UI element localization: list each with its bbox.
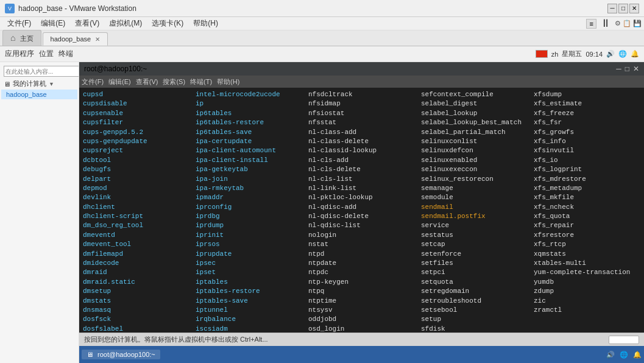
taskbar-terminal-item[interactable]: 🖥 root@hadoop100:~	[82, 350, 160, 359]
term-cell: ipset	[196, 268, 308, 277]
terminal-close-btn[interactable]: ✕	[633, 65, 639, 73]
toolbar-vm-btn[interactable]: ≡	[586, 19, 596, 29]
term-cell: ipa-client-automount	[196, 146, 308, 155]
sidebar-computer-icon: 🖥	[4, 80, 10, 88]
term-cell: delpart	[83, 175, 196, 184]
vmware-titlebar: V hadoop_base - VMware Workstation ─ □ ✕	[0, 0, 644, 17]
term-cell: dmsetup	[83, 287, 196, 296]
close-button[interactable]: ✕	[629, 4, 639, 13]
toolbar-pause-btn[interactable]: ⏸	[600, 17, 611, 30]
main-content: ▼ 🖥 我的计算机 ▼ hadoop_base root@hadoop100	[0, 62, 644, 363]
tab-home[interactable]: ⌂ 主页	[2, 30, 41, 46]
taskbar-terminal-icon: 🖥	[87, 351, 93, 358]
term-cell: iprconfig	[196, 203, 308, 212]
term-row: cupsdisableipnfsidmapselabel_digestxfs_e…	[83, 99, 640, 108]
term-row: dmstatsiptables-saventptimesetroubleshoo…	[83, 297, 640, 306]
term-cell: setfiles	[421, 259, 534, 268]
term-row: cups-genppd.5.2ip6tables-savenl-class-ad…	[83, 128, 640, 137]
taskbar-notification-icon[interactable]: 🔔	[633, 351, 642, 359]
terminal-minimize-btn[interactable]: ─	[616, 65, 621, 73]
toolbar2-location[interactable]: 位置	[39, 49, 54, 59]
tab-hadoop[interactable]: hadoop_base ✕	[43, 32, 108, 46]
taskbar-volume-icon[interactable]: 🔊	[606, 351, 615, 359]
term-cell: xtables-multi	[534, 259, 631, 268]
term-cell: ip	[196, 99, 308, 108]
menu-tabs[interactable]: 选项卡(K)	[147, 17, 188, 30]
vmware-menubar: 文件(F) 编辑(E) 查看(V) 虚拟机(M) 选项卡(K) 帮助(H) ≡ …	[0, 17, 644, 30]
sidebar-my-computer[interactable]: 🖥 我的计算机 ▼	[1, 78, 77, 90]
term-row: debugfsipa-getkeytabnl-cls-deleteselinux…	[83, 165, 640, 174]
term-cell: iprupdate	[196, 250, 308, 259]
term-cell: cupsfilter	[83, 118, 196, 127]
term-menu-view[interactable]: 查看(V)	[136, 77, 158, 86]
term-menu-edit[interactable]: 编辑(E)	[108, 77, 131, 86]
term-cell: sendmail.postfix	[421, 212, 534, 221]
sidebar-search-input[interactable]	[4, 66, 79, 77]
term-row: dmraid.staticiptablesntp-keygensetquotay…	[83, 278, 640, 287]
menu-view[interactable]: 查看(V)	[70, 17, 104, 30]
titlebar-left: V hadoop_base - VMware Workstation	[5, 4, 136, 13]
term-cell: nfsidmap	[308, 99, 421, 108]
term-cell: xfs_repair	[534, 221, 631, 230]
term-cell: semanage	[421, 184, 534, 193]
maximize-button[interactable]: □	[618, 4, 628, 13]
term-cell: nl-class-delete	[308, 137, 421, 146]
minimize-button[interactable]: ─	[607, 4, 617, 13]
sidebar-item-hadoop[interactable]: hadoop_base	[1, 90, 77, 99]
term-cell: debugfs	[83, 165, 196, 174]
term-menu-help[interactable]: 帮助(H)	[217, 77, 239, 86]
term-cell: xfsdump	[534, 90, 631, 99]
term-row: cupsrejectipa-client-automountnl-classid…	[83, 146, 640, 155]
taskbar-right: 🔊 🌐 🔔	[606, 351, 642, 359]
term-cell: iprsos	[196, 240, 308, 249]
term-cell: ntpq	[308, 287, 421, 296]
menu-file[interactable]: 文件(F)	[2, 17, 36, 30]
vm-console[interactable]: root@hadoop100:~ ─ □ ✕ 文件(F) 编辑(E) 查看(V)…	[79, 62, 644, 333]
network-icon: 🌐	[618, 50, 627, 58]
term-row: cups-genpdupdateipa-certupdatenl-class-d…	[83, 137, 640, 146]
language-flag	[536, 50, 548, 58]
term-cell: xfs_info	[534, 137, 631, 146]
toolbar-icons[interactable]: ⚙ 📋 💾	[615, 19, 642, 27]
term-cell: selabel_lookup	[421, 109, 534, 118]
term-cell: setenforce	[421, 250, 534, 259]
term-cell: xfsrestore	[534, 231, 631, 240]
term-cell: cupsreject	[83, 146, 196, 155]
term-menu-file[interactable]: 文件(F)	[82, 77, 104, 86]
taskbar-network-icon[interactable]: 🌐	[620, 351, 628, 359]
tab-close-icon[interactable]: ✕	[95, 36, 100, 43]
term-cell: ip6tables	[196, 109, 308, 118]
terminal-body[interactable]: cupsdintel-microcode2ucodenfsdcltracksef…	[79, 88, 644, 333]
menu-edit[interactable]: 编辑(E)	[36, 17, 70, 30]
titlebar-controls: ─ □ ✕	[607, 4, 639, 13]
term-menu-terminal[interactable]: 终端(T)	[190, 77, 212, 86]
notification-icon: 🔔	[631, 50, 639, 58]
status-text: 按回到您的计算机。将鼠标指针从虚拟机中移出或按 Ctrl+Alt...	[84, 335, 268, 344]
tab-bar: ⌂ 主页 hadoop_base ✕	[0, 30, 644, 46]
term-cell: setup	[421, 315, 534, 324]
term-cell: xfs_metadump	[534, 184, 631, 193]
term-cell: ipmaddr	[196, 193, 308, 202]
term-cell: nl-link-list	[308, 184, 421, 193]
term-row: dmidecodeipsecntpdatesetfilesxtables-mul…	[83, 259, 640, 268]
term-cell: ipa-certupdate	[196, 137, 308, 146]
term-cell: dosfsck	[83, 315, 196, 324]
terminal-maximize-btn[interactable]: □	[625, 65, 629, 73]
term-cell: nologin	[308, 231, 421, 240]
term-menu-search[interactable]: 搜索(S)	[163, 77, 185, 86]
toolbar2-apps[interactable]: 应用程序	[5, 49, 34, 59]
term-cell: ipa-getkeytab	[196, 165, 308, 174]
lang-label: zh	[551, 51, 559, 58]
menu-vm[interactable]: 虚拟机(M)	[104, 17, 147, 30]
term-row: dosfslabeliscsiadmosd_loginsfdisk	[83, 325, 640, 333]
term-cell: nl-class-add	[308, 128, 421, 137]
term-row: devlinkipmaddrnl-pktloc-lookupsemodulexf…	[83, 193, 640, 202]
term-row: cupsdintel-microcode2ucodenfsdcltracksef…	[83, 90, 640, 99]
term-cell: service	[421, 221, 534, 230]
term-cell: iptunnel	[196, 306, 308, 315]
toolbar2-terminal[interactable]: 终端	[58, 49, 73, 59]
term-cell: xfs_quota	[534, 212, 631, 221]
term-row: dmraidipsetntpdcsetpciyum-complete-trans…	[83, 268, 640, 277]
term-cell: xqmstats	[534, 250, 631, 259]
menu-help[interactable]: 帮助(H)	[188, 17, 223, 30]
